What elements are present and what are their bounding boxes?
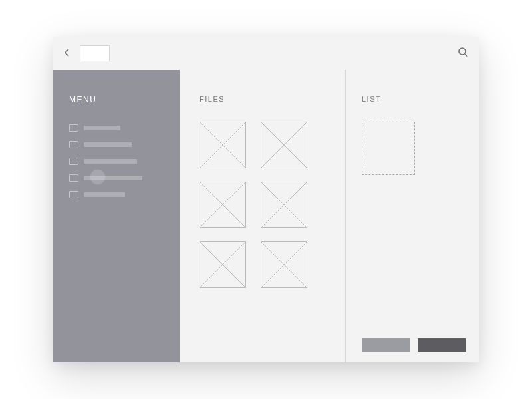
folder-icon [69, 191, 78, 198]
slider-knob[interactable] [90, 170, 105, 184]
sidebar-title: MENU [69, 95, 166, 104]
address-field[interactable] [80, 45, 110, 61]
sidebar: MENU [53, 70, 180, 362]
file-thumb[interactable] [200, 182, 246, 228]
button-row [362, 338, 466, 352]
folder-icon [69, 158, 78, 165]
sidebar-item-label [84, 159, 137, 164]
list-panel: LIST [346, 70, 479, 362]
file-thumb[interactable] [200, 122, 246, 168]
search-button[interactable] [456, 47, 469, 60]
file-thumb[interactable] [261, 182, 307, 228]
app-window: MENU FILES LIST [53, 37, 479, 362]
primary-button[interactable] [418, 338, 466, 352]
svg-line-1 [465, 54, 467, 57]
title-bar [53, 37, 479, 70]
file-thumb[interactable] [200, 241, 246, 288]
folder-icon [69, 141, 78, 148]
back-icon [64, 47, 70, 59]
list-title: LIST [362, 95, 466, 103]
file-grid [200, 122, 332, 288]
files-title: FILES [200, 95, 332, 103]
file-thumb[interactable] [261, 241, 307, 288]
back-button[interactable] [63, 49, 72, 58]
folder-icon [69, 124, 78, 132]
secondary-button[interactable] [362, 338, 410, 352]
menu-list [69, 124, 166, 198]
sidebar-item-1[interactable] [69, 141, 166, 148]
files-panel: FILES [180, 70, 346, 362]
file-thumb[interactable] [261, 122, 307, 168]
folder-icon [69, 174, 78, 182]
sidebar-item-label [84, 192, 125, 197]
dropzone[interactable] [362, 122, 415, 175]
sidebar-item-label [84, 126, 120, 130]
window-body: MENU FILES LIST [53, 70, 479, 362]
search-icon [458, 47, 468, 60]
svg-point-0 [459, 48, 466, 55]
sidebar-item-2[interactable] [69, 158, 166, 165]
sidebar-item-3[interactable] [69, 174, 166, 182]
sidebar-item-4[interactable] [69, 191, 166, 198]
sidebar-item-label [84, 142, 132, 147]
sidebar-item-0[interactable] [69, 124, 166, 132]
